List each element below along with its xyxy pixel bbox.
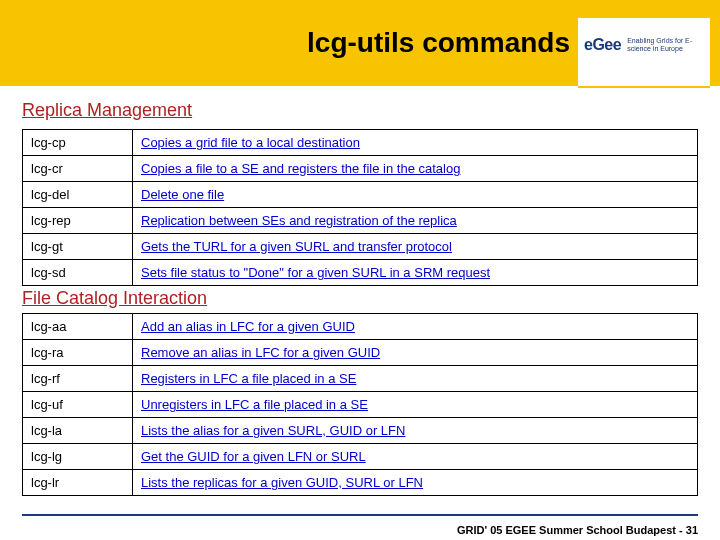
table-row: lcg-del Delete one file [23,182,698,208]
desc-link[interactable]: Remove an alias in LFC for a given GUID [141,345,380,360]
desc-cell: Copies a grid file to a local destinatio… [133,130,698,156]
cmd-cell: lcg-cr [23,156,133,182]
table-row: lcg-cp Copies a grid file to a local des… [23,130,698,156]
content-area: Replica Management lcg-cp Copies a grid … [0,86,720,496]
desc-cell: Copies a file to a SE and registers the … [133,156,698,182]
cmd-cell: lcg-aa [23,314,133,340]
desc-cell: Lists the replicas for a given GUID, SUR… [133,470,698,496]
table-row: lcg-ra Remove an alias in LFC for a give… [23,340,698,366]
desc-cell: Sets file status to "Done" for a given S… [133,260,698,286]
table-row: lcg-gt Gets the TURL for a given SURL an… [23,234,698,260]
cmd-cell: lcg-gt [23,234,133,260]
desc-link[interactable]: Lists the replicas for a given GUID, SUR… [141,475,423,490]
desc-cell: Registers in LFC a file placed in a SE [133,366,698,392]
desc-link[interactable]: Replication between SEs and registration… [141,213,457,228]
table-row: lcg-cr Copies a file to a SE and registe… [23,156,698,182]
table-row: lcg-aa Add an alias in LFC for a given G… [23,314,698,340]
cmd-cell: lcg-cp [23,130,133,156]
cmd-cell: lcg-sd [23,260,133,286]
cmd-cell: lcg-la [23,418,133,444]
desc-link[interactable]: Gets the TURL for a given SURL and trans… [141,239,452,254]
logo-mark: eGee [584,36,621,54]
footer-divider [22,514,698,516]
table-row: lcg-lg Get the GUID for a given LFN or S… [23,444,698,470]
cmd-cell: lcg-uf [23,392,133,418]
desc-cell: Delete one file [133,182,698,208]
desc-link[interactable]: Add an alias in LFC for a given GUID [141,319,355,334]
desc-link[interactable]: Delete one file [141,187,224,202]
table-row: lcg-la Lists the alias for a given SURL,… [23,418,698,444]
page-title: lcg-utils commands [307,27,570,59]
desc-link[interactable]: Registers in LFC a file placed in a SE [141,371,356,386]
desc-link[interactable]: Get the GUID for a given LFN or SURL [141,449,366,464]
cmd-cell: lcg-ra [23,340,133,366]
table-row: lcg-lr Lists the replicas for a given GU… [23,470,698,496]
desc-link[interactable]: Lists the alias for a given SURL, GUID o… [141,423,405,438]
desc-link[interactable]: Copies a grid file to a local destinatio… [141,135,360,150]
table-row: lcg-rf Registers in LFC a file placed in… [23,366,698,392]
desc-cell: Get the GUID for a given LFN or SURL [133,444,698,470]
desc-link[interactable]: Unregisters in LFC a file placed in a SE [141,397,368,412]
desc-cell: Replication between SEs and registration… [133,208,698,234]
logo-tagline: Enabling Grids for E-science in Europe [627,37,704,52]
header-band: lcg-utils commands eGee Enabling Grids f… [0,0,720,86]
desc-link[interactable]: Copies a file to a SE and registers the … [141,161,460,176]
table-row: lcg-sd Sets file status to "Done" for a … [23,260,698,286]
cmd-cell: lcg-lr [23,470,133,496]
footer-text: GRID' 05 EGEE Summer School Budapest - 3… [457,524,698,536]
section-heading-replica: Replica Management [22,100,698,121]
cmd-cell: lcg-lg [23,444,133,470]
desc-cell: Unregisters in LFC a file placed in a SE [133,392,698,418]
desc-cell: Add an alias in LFC for a given GUID [133,314,698,340]
desc-cell: Gets the TURL for a given SURL and trans… [133,234,698,260]
table-row: lcg-rep Replication between SEs and regi… [23,208,698,234]
table-row: lcg-uf Unregisters in LFC a file placed … [23,392,698,418]
section-heading-catalog: File Catalog Interaction [22,288,698,309]
desc-link[interactable]: Sets file status to "Done" for a given S… [141,265,490,280]
replica-table: lcg-cp Copies a grid file to a local des… [22,129,698,286]
desc-cell: Lists the alias for a given SURL, GUID o… [133,418,698,444]
cmd-cell: lcg-rep [23,208,133,234]
desc-cell: Remove an alias in LFC for a given GUID [133,340,698,366]
logo: eGee Enabling Grids for E-science in Eur… [578,18,710,88]
cmd-cell: lcg-rf [23,366,133,392]
catalog-table: lcg-aa Add an alias in LFC for a given G… [22,313,698,496]
cmd-cell: lcg-del [23,182,133,208]
